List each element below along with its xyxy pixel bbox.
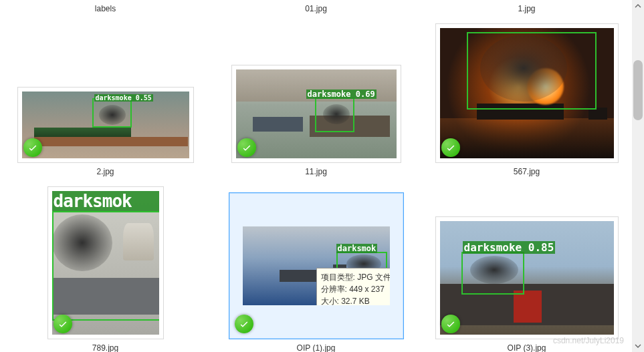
checkmark-icon <box>441 315 460 333</box>
properties-tooltip: 项目类型: JPG 文件 分辨率: 449 x 237 大小: 32.7 KB <box>316 268 390 305</box>
tooltip-line-size: 大小: 32.7 KB <box>321 295 390 305</box>
thumb-789: darksmok <box>47 186 164 339</box>
filename-label: OIP (3).jpg <box>508 343 546 352</box>
file-cell-oip1[interactable]: darksmok 项目类型: JPG 文件 分辨率: 449 x 237 大小:… <box>211 182 421 352</box>
prev-label-01: 01.jpg <box>211 0 421 13</box>
filename-label: 567.jpg <box>514 167 540 176</box>
thumb-2: darksmoke 0.55 <box>17 87 194 163</box>
thumb-oip1: darksmok 项目类型: JPG 文件 分辨率: 449 x 237 大小:… <box>229 192 404 339</box>
detection-label: darksmoke 0.85 <box>463 241 556 254</box>
detection-label: darksmok <box>336 244 378 253</box>
checkmark-icon <box>441 138 460 157</box>
filename-label: OIP (1).jpg <box>297 343 336 352</box>
file-cell-11[interactable]: darksmoke 0.69 11.jpg <box>211 13 421 182</box>
file-cell-2[interactable]: darksmoke 0.55 2.jpg <box>0 13 211 182</box>
filename-label: 789.jpg <box>92 343 118 352</box>
scroll-down-button[interactable] <box>632 340 644 352</box>
checkmark-icon <box>53 315 72 333</box>
detection-label: darksmok <box>52 191 159 211</box>
tooltip-line-type: 项目类型: JPG 文件 <box>321 271 390 283</box>
thumb-oip3: darksmoke 0.85 <box>435 216 619 339</box>
file-cell-oip3[interactable]: darksmoke 0.85 OIP (3).jpg <box>421 182 632 352</box>
thumb-11: darksmoke 0.69 <box>231 65 401 163</box>
tooltip-line-res: 分辨率: 449 x 237 <box>321 283 390 295</box>
checkmark-icon <box>235 315 253 333</box>
scrollbar-track[interactable] <box>632 0 644 352</box>
prev-label-1: 1.jpg <box>421 0 632 13</box>
checkmark-icon <box>237 138 256 157</box>
filename-label: 11.jpg <box>305 167 327 176</box>
detection-label: darksmoke 0.55 <box>94 94 153 102</box>
file-cell-789[interactable]: darksmok 789.jpg <box>0 182 211 352</box>
scroll-up-button[interactable] <box>632 0 644 12</box>
checkmark-icon <box>23 138 42 157</box>
detection-label: darksmoke 0.69 <box>306 90 377 99</box>
prev-label-labels: labels <box>0 0 211 13</box>
thumb-567 <box>435 23 619 163</box>
scrollbar-thumb[interactable] <box>633 60 643 120</box>
filename-label: 2.jpg <box>96 167 114 176</box>
file-cell-567[interactable]: 567.jpg <box>421 13 632 182</box>
